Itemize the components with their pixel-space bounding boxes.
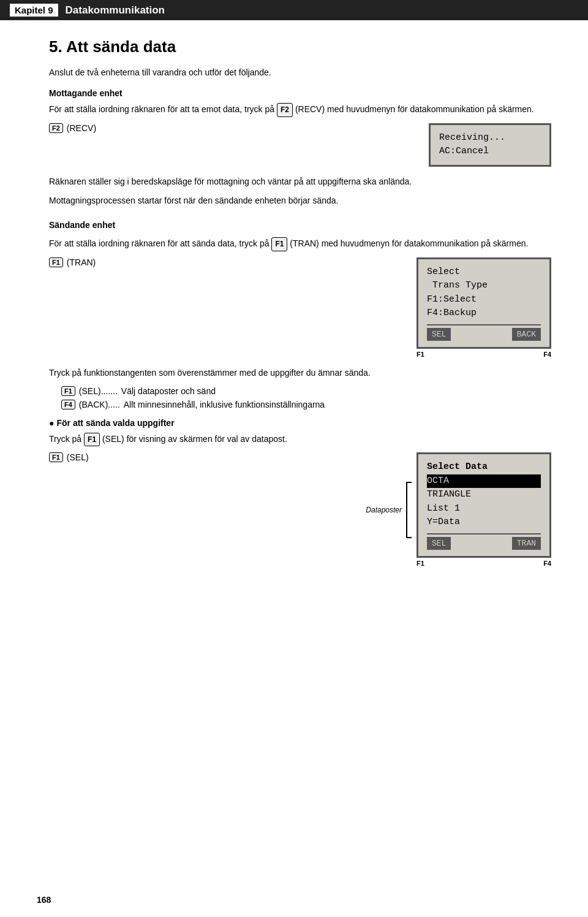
- sandande-f1-label: (SEL).......: [79, 386, 118, 396]
- mottagande-screen-area: Receiving... AC:Cancel: [429, 123, 551, 167]
- sandande-key-line: F1 (TRAN): [49, 257, 398, 267]
- sandande-f4-label: (BACK).....: [79, 400, 120, 409]
- sandande-f4-badge: F4: [61, 400, 75, 409]
- valda-screen-line2: OCTA: [427, 474, 541, 489]
- valda-content-row: F1 (SEL) Dataposter Select Data OCTA T: [49, 452, 551, 567]
- sandande-text1: För att ställa iordning räknaren för att…: [49, 238, 270, 248]
- sandande-screen-line1: Select: [427, 265, 541, 280]
- mottagande-key-line: F2 (RECV): [49, 123, 410, 133]
- valda-fkey: F1: [49, 452, 63, 462]
- valda-screen-line4: List 1: [427, 502, 541, 516]
- sandande-f4-line: F4 (BACK)..... Allt minnesinnehåll, inkl…: [61, 400, 551, 409]
- sandande-screen: Select Trans Type F1:Select F4:Backup SE…: [417, 257, 551, 349]
- dataposter-bracket-icon: [403, 479, 414, 541]
- sandande-fkey-row: F1 F4: [417, 351, 551, 358]
- mottagande-subtitle: Mottagande enhet: [49, 88, 551, 98]
- sandande-key1: F1: [271, 237, 287, 251]
- valda-screen: Select Data OCTA TRIANGLE List 1 Y=Data …: [417, 452, 551, 558]
- valda-screen-line5: Y=Data: [427, 516, 541, 530]
- valda-screen-line1: Select Data: [427, 460, 541, 474]
- valda-bullet: För att sända valda uppgifter: [49, 418, 551, 428]
- sandande-fkey-label: (TRAN): [67, 257, 96, 267]
- sandande-f1-desc: Välj dataposter och sänd: [121, 386, 216, 396]
- mottagande-screen-line2: AC:Cancel: [439, 145, 541, 159]
- sandande-f1-line: F1 (SEL)....... Välj dataposter och sänd: [61, 386, 551, 396]
- valda-screen-container: Select Data OCTA TRIANGLE List 1 Y=Data …: [417, 452, 551, 567]
- valda-text1: Tryck på: [49, 434, 81, 444]
- mottagande-screen: Receiving... AC:Cancel: [429, 123, 551, 167]
- mottagande-note1: Räknaren ställer sig i beredskapsläge fö…: [49, 175, 551, 189]
- sandande-screen-line4: F4:Backup: [427, 306, 541, 321]
- mottagande-fkey-label: (RECV): [67, 123, 96, 133]
- intro-text: Anslut de två enheterna till varandra oc…: [49, 67, 551, 77]
- page-header: Kapitel 9 Datakommunikation: [0, 0, 588, 20]
- sandande-screen-area: Select Trans Type F1:Select F4:Backup SE…: [417, 257, 551, 359]
- sandande-f4-desc: Allt minnesinnehåll, inklusive funktions…: [124, 400, 325, 409]
- mottagande-text2: huvudmenyn för datakommunikation på skär…: [346, 104, 534, 114]
- valda-screen-btn-right: TRAN: [512, 537, 541, 550]
- mottagande-screen-line1: Receiving...: [439, 131, 541, 145]
- sandande-text2: huvudmenyn för datakommunikation på skär…: [341, 238, 529, 248]
- mottagande-key1: F2: [277, 103, 293, 117]
- sandande-text: För att ställa iordning räknaren för att…: [49, 237, 551, 251]
- sandande-content-row: F1 (TRAN) Select Trans Type F1:Select F4…: [49, 257, 551, 359]
- sandande-screen-container: Select Trans Type F1:Select F4:Backup SE…: [417, 257, 551, 359]
- sandande-screen-btn-right: BACK: [512, 328, 541, 341]
- mottagande-fkey: F2: [49, 123, 63, 133]
- mottagande-content-row: F2 (RECV) Receiving... AC:Cancel: [49, 123, 551, 167]
- sandande-instruction: Tryck på funktionstangenten som överenst…: [49, 367, 551, 380]
- header-title: Datakommunikation: [66, 4, 165, 17]
- sandande-screen-line2: Trans Type: [427, 279, 541, 293]
- valda-key-line: F1 (SEL): [49, 452, 347, 462]
- section-title: 5. Att sända data: [49, 37, 551, 56]
- chapter-label: Kapitel 9: [10, 4, 58, 17]
- sandande-left: F1 (TRAN): [49, 257, 398, 271]
- page-wrapper: Kapitel 9 Datakommunikation 5. Att sända…: [0, 0, 588, 917]
- page-content: 5. Att sända data Anslut de två enhetern…: [0, 20, 588, 600]
- valda-text: Tryck på F1 (SEL) för visning av skärmen…: [49, 433, 551, 447]
- sandande-fkey-left: F1: [417, 351, 424, 358]
- dataposter-label: Dataposter: [366, 506, 402, 514]
- valda-key-label: (SEL) för visning av skärmen för val av …: [102, 434, 287, 444]
- valda-left: F1 (SEL): [49, 452, 347, 466]
- mottagande-note2: Mottagningsprocessen startar först när d…: [49, 194, 551, 208]
- sandande-fkey: F1: [49, 257, 63, 267]
- valda-screen-area: Dataposter Select Data OCTA TRIANGLE Lis…: [366, 452, 551, 567]
- valda-fkey-label: (SEL): [67, 452, 89, 462]
- valda-fkey-left: F1: [417, 560, 424, 567]
- valda-fkey-right: F4: [543, 560, 551, 567]
- mottagande-key1-label: (RECV) med: [295, 104, 344, 114]
- sandande-fkey-right: F4: [543, 351, 551, 358]
- sandande-screen-btn-left: SEL: [427, 328, 451, 341]
- sandande-subtitle: Sändande enhet: [49, 220, 551, 230]
- page-number: 168: [37, 895, 51, 905]
- mottagande-text: För att ställa iordning räknaren för att…: [49, 103, 551, 117]
- sandande-screen-line3: F1:Select: [427, 293, 541, 307]
- sandande-fkey-lines: F1 (SEL)....... Välj dataposter och sänd…: [61, 386, 551, 409]
- valda-key: F1: [84, 433, 100, 447]
- valda-screen-btn-left: SEL: [427, 537, 451, 550]
- sandande-f1-badge: F1: [61, 386, 75, 396]
- valda-screen-bracket: Dataposter Select Data OCTA TRIANGLE Lis…: [366, 452, 551, 567]
- sandande-key1-label: (TRAN) med: [290, 238, 338, 248]
- valda-fkey-row: F1 F4: [417, 560, 551, 567]
- mottagande-text1: För att ställa iordning räknaren för att…: [49, 104, 274, 114]
- mottagande-left: F2 (RECV): [49, 123, 410, 137]
- valda-screen-line3: TRIANGLE: [427, 488, 541, 502]
